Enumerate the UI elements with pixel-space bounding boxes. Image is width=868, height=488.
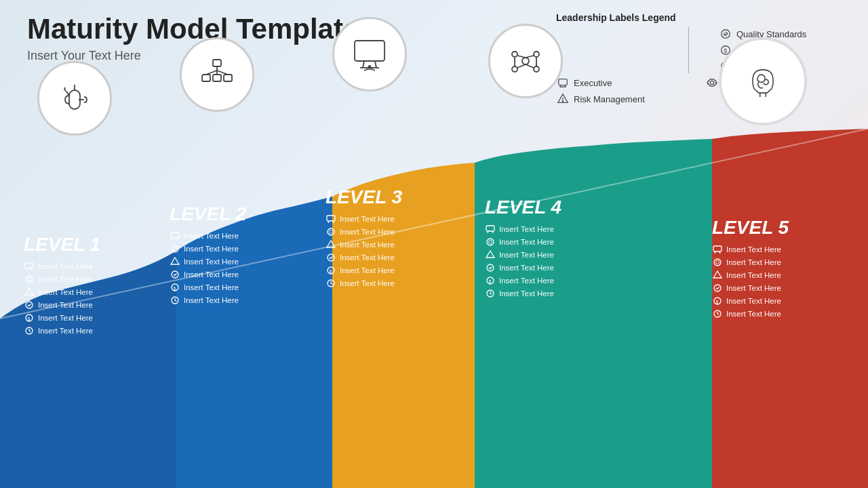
level3-circle: [332, 17, 407, 92]
svg-point-48: [26, 302, 33, 308]
svg-point-74: [489, 241, 492, 244]
list-item: Insert Text Here: [326, 252, 451, 263]
level1-content: LEVEL 1 Insert Text Here Insert Text Her…: [14, 224, 163, 488]
list-item: Insert Text Here: [485, 224, 624, 235]
legend-title: Leadership Labels Legend: [556, 12, 841, 23]
level1-title: LEVEL 1: [24, 234, 153, 256]
svg-text:$: $: [716, 300, 719, 304]
svg-line-26: [363, 61, 364, 68]
list-item: Insert Text Here: [24, 287, 153, 298]
list-item: Insert Text Here: [170, 295, 302, 306]
visibility-icon: [705, 76, 719, 89]
svg-point-31: [512, 52, 517, 57]
list-item: Insert Text Here: [24, 325, 153, 336]
level4-items: Insert Text Here Insert Text Here Insert…: [485, 224, 624, 299]
svg-point-33: [512, 66, 517, 72]
list-item: Insert Text Here: [24, 261, 153, 272]
list-item: $ Insert Text Here: [485, 275, 624, 286]
risk-label: Risk Management: [574, 94, 645, 104]
level5-content: LEVEL 5 Insert Text Here Insert Text Her…: [702, 207, 861, 488]
level2-title: LEVEL 2: [170, 203, 302, 225]
svg-text:$: $: [330, 269, 332, 274]
svg-point-56: [174, 247, 177, 251]
svg-line-37: [517, 64, 526, 68]
list-item: Insert Text Here: [712, 257, 851, 268]
list-item: $ Insert Text Here: [24, 312, 153, 323]
svg-line-27: [375, 61, 376, 68]
svg-rect-61: [327, 216, 335, 221]
svg-line-23: [206, 70, 217, 75]
svg-point-65: [330, 230, 333, 234]
svg-text:$: $: [724, 47, 727, 54]
level4-circle: [488, 24, 563, 98]
list-item: Insert Text Here: [712, 244, 851, 255]
list-item: $ Insert Text Here: [170, 282, 302, 293]
list-item: $ Insert Text Here: [326, 265, 451, 276]
list-item: Insert Text Here: [170, 256, 302, 267]
executive-label: Executive: [574, 78, 612, 88]
level2-content: LEVEL 2 Insert Text Here Insert Text Her…: [159, 193, 312, 488]
legend-item-executive: Executive: [556, 76, 705, 89]
level3-items: Insert Text Here Insert Text Here Insert…: [326, 214, 451, 289]
svg-rect-20: [213, 75, 221, 81]
list-item: Insert Text Here: [24, 274, 153, 285]
level4-content: LEVEL 4 Insert Text Here Insert Text Her…: [475, 186, 634, 488]
svg-point-82: [714, 259, 721, 266]
svg-rect-0: [559, 79, 568, 85]
legend-item-risk: Risk Management: [556, 92, 705, 106]
level5-circle: [719, 37, 807, 125]
svg-point-34: [534, 66, 539, 72]
svg-point-84: [714, 285, 721, 291]
list-item: $ Insert Text Here: [712, 296, 851, 306]
list-item: Insert Text Here: [326, 278, 451, 289]
list-item: Insert Text Here: [712, 308, 851, 319]
svg-point-32: [534, 52, 539, 57]
svg-point-64: [328, 228, 334, 235]
list-item: Insert Text Here: [326, 214, 451, 224]
list-item: Insert Text Here: [485, 249, 624, 260]
svg-rect-21: [224, 75, 232, 81]
svg-point-47: [28, 278, 31, 281]
svg-rect-18: [213, 60, 221, 66]
list-item: Insert Text Here: [712, 283, 851, 293]
svg-text:$: $: [489, 279, 492, 284]
svg-text:$: $: [174, 286, 176, 291]
list-item: Insert Text Here: [24, 300, 153, 310]
quality-icon: [719, 27, 732, 41]
svg-rect-79: [713, 246, 722, 251]
level5-title: LEVEL 5: [712, 217, 851, 239]
risk-icon: [556, 92, 570, 106]
svg-line-35: [517, 56, 526, 58]
svg-point-29: [369, 66, 371, 68]
svg-point-4: [710, 81, 713, 84]
level1-items: Insert Text Here Insert Text Here Insert…: [24, 261, 153, 336]
svg-line-24: [217, 70, 228, 75]
svg-point-46: [26, 276, 33, 283]
svg-rect-52: [171, 232, 179, 238]
svg-rect-19: [202, 75, 210, 81]
svg-point-73: [487, 239, 494, 245]
legend-divider: [688, 27, 689, 73]
list-item: Insert Text Here: [326, 226, 451, 237]
list-item: Insert Text Here: [170, 269, 302, 280]
level1-circle: [37, 61, 112, 136]
svg-rect-43: [25, 263, 33, 268]
svg-point-75: [487, 264, 494, 271]
list-item: Insert Text Here: [170, 230, 302, 241]
list-item: Insert Text Here: [485, 262, 624, 273]
svg-line-16: [66, 92, 69, 96]
level3-title: LEVEL 3: [326, 186, 451, 208]
list-item: Insert Text Here: [485, 288, 624, 299]
level5-items: Insert Text Here Insert Text Here Insert…: [712, 244, 851, 319]
svg-rect-70: [486, 226, 494, 231]
svg-line-36: [526, 56, 534, 58]
level4-title: LEVEL 4: [485, 197, 624, 218]
svg-point-83: [716, 261, 719, 264]
svg-point-66: [328, 254, 334, 261]
level2-circle: [180, 37, 254, 112]
list-item: Insert Text Here: [712, 270, 851, 281]
svg-rect-25: [355, 41, 384, 61]
level3-content: LEVEL 3 Insert Text Here Insert Text Her…: [315, 176, 461, 488]
svg-point-55: [172, 245, 178, 252]
svg-line-38: [526, 64, 534, 68]
